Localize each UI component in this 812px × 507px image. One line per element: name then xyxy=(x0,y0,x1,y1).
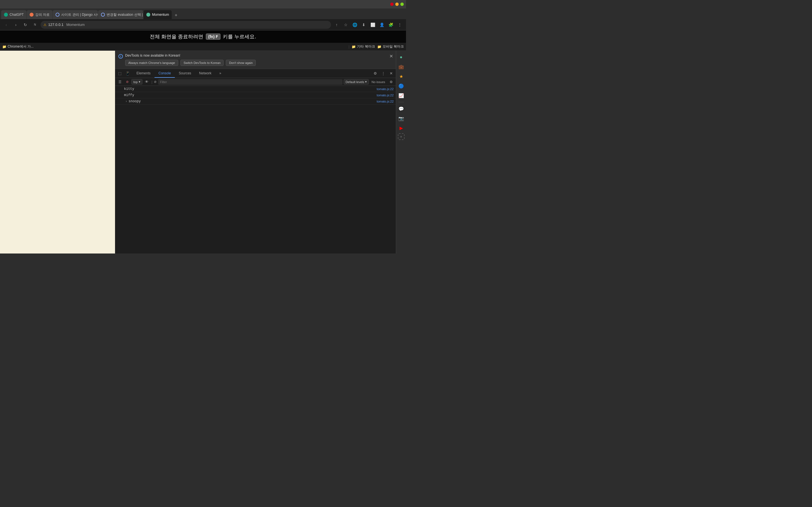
momentum-favicon xyxy=(146,13,150,17)
eye-icon[interactable]: 👁 xyxy=(144,79,150,85)
tab-django2-label: 변경할 evaluation 선택 | Djang... xyxy=(107,12,143,17)
chat-extension-icon[interactable]: 💬 xyxy=(397,105,405,113)
main-area: i DevTools is now available in Korean! A… xyxy=(0,51,406,253)
tab-chatgpt-label: ChatGPT xyxy=(10,13,24,17)
table-row: miffy tomato.js:22 xyxy=(115,92,396,98)
bookmark-chrome[interactable]: 📁 Chrome에서 가... xyxy=(2,44,34,49)
tab-network[interactable]: Network xyxy=(195,69,215,78)
briefcase-extension-icon[interactable]: 💼 xyxy=(397,62,405,71)
tab-elements[interactable]: Elements xyxy=(133,69,154,78)
bookmark-other-label: 기타 북마크 xyxy=(357,44,375,49)
devtools-tabs: Elements Console Sources Network » xyxy=(133,69,225,78)
chart-extension-icon[interactable]: 📈 xyxy=(397,91,405,100)
tab-sources[interactable]: Sources xyxy=(175,69,195,78)
star-extension-icon[interactable]: ★ xyxy=(397,72,405,80)
chatgpt-favicon xyxy=(4,13,8,17)
no-issues-label: No issues xyxy=(370,80,387,83)
address-bar[interactable]: ⚠ 127.0.0.1 Momentum xyxy=(41,21,331,29)
newtab-button[interactable]: N xyxy=(31,21,39,29)
download-button[interactable]: ⬇ xyxy=(360,21,368,29)
django1-favicon xyxy=(56,13,59,17)
tab-django2[interactable]: 변경할 evaluation 선택 | Djang... xyxy=(98,10,143,19)
tab-chatgpt[interactable]: ChatGPT xyxy=(1,10,27,19)
console-filter-input[interactable] xyxy=(158,79,342,85)
notification-info-icon: i xyxy=(118,54,123,59)
default-levels-selector[interactable]: Default levels ▾ xyxy=(344,79,369,84)
title-bar-controls xyxy=(390,3,404,6)
youtube-extension-icon[interactable]: ▶ xyxy=(397,124,405,132)
console-clear-icon[interactable]: ⊘ xyxy=(124,79,130,85)
console-sidebar-icon[interactable]: ☰ xyxy=(117,79,123,85)
devtools-settings-icon[interactable]: ⚙ xyxy=(371,70,379,77)
tab-console[interactable]: Console xyxy=(154,69,175,78)
close-window-button[interactable] xyxy=(390,3,394,6)
fullscreen-banner: 전체 화면을 종료하려면 (fn) F 키를 누르세요. xyxy=(0,31,406,43)
forward-button[interactable]: › xyxy=(12,21,20,29)
new-tab-button[interactable]: + xyxy=(172,11,180,19)
sidebar-button[interactable]: ⬜ xyxy=(369,21,377,29)
translate-button[interactable]: 🌐 xyxy=(351,21,359,29)
tab-lecture[interactable]: 강의 자료 xyxy=(27,10,52,19)
fullscreen-key-badge: (fn) F xyxy=(206,34,221,40)
reload-button[interactable]: ↻ xyxy=(21,21,29,29)
console-text-snoopy: snoopy xyxy=(129,100,141,103)
default-levels-label: Default levels xyxy=(346,80,364,83)
address-url: 127.0.0.1 xyxy=(48,22,63,27)
lecture-favicon xyxy=(30,13,34,17)
table-row: kitty tomato.js:22 xyxy=(115,86,396,92)
tab-momentum[interactable]: Momentum xyxy=(144,10,172,19)
devtools-notification: i DevTools is now available in Korean! A… xyxy=(115,51,396,69)
console-text-miffy: miffy xyxy=(124,93,134,97)
maximize-window-button[interactable] xyxy=(400,3,404,6)
address-site-name: Momentum xyxy=(66,22,85,27)
edge-extension-icon[interactable]: 🔵 xyxy=(397,82,405,90)
back-button[interactable]: ‹ xyxy=(2,21,10,29)
menu-button[interactable]: ⋮ xyxy=(396,21,404,29)
django2-favicon xyxy=(101,13,105,17)
devtools-toolbar-left: ⬚ 📱 xyxy=(115,70,133,77)
title-bar xyxy=(0,0,406,8)
profile-button[interactable]: 👤 xyxy=(378,21,386,29)
context-selector[interactable]: top ▾ xyxy=(132,79,142,84)
devtools-main-toolbar: ⬚ 📱 Elements Console Sources Network » ⚙… xyxy=(115,69,396,78)
tab-bar: ChatGPT 강의 자료 사이트 관리 | Django 사이트 관... 변… xyxy=(0,8,406,19)
page-content xyxy=(0,51,115,253)
console-text-kitty: kitty xyxy=(124,87,134,91)
console-source-snoopy[interactable]: tomato.js:22 xyxy=(377,100,394,103)
switch-korean-button[interactable]: Switch DevTools to Korean xyxy=(181,60,223,66)
tab-django1[interactable]: 사이트 관리 | Django 사이트 관... xyxy=(53,10,98,19)
context-arrow-icon: ▾ xyxy=(139,80,140,83)
momentum-extension-icon[interactable]: ● xyxy=(397,53,405,61)
bookmark-other[interactable]: 📁 기타 북마크 xyxy=(352,44,375,49)
instagram-extension-icon[interactable]: 📷 xyxy=(397,114,405,122)
console-source-miffy[interactable]: tomato.js:22 xyxy=(377,94,394,97)
add-extension-button[interactable]: + xyxy=(398,133,405,140)
console-expand-snoopy-icon[interactable]: › xyxy=(124,98,129,105)
notification-title: DevTools is now available in Korean! xyxy=(125,54,256,57)
notification-close-icon[interactable]: ✕ xyxy=(389,54,393,59)
dont-show-again-button[interactable]: Don't show again xyxy=(226,60,256,66)
device-mode-icon[interactable]: 📱 xyxy=(124,70,132,77)
tab-more[interactable]: » xyxy=(215,69,225,78)
bookmark-button[interactable]: ☆ xyxy=(342,21,350,29)
nav-actions: ↑ ☆ 🌐 ⬇ ⬜ 👤 🧩 ⋮ xyxy=(333,21,404,29)
devtools-close-icon[interactable]: ✕ xyxy=(388,70,395,77)
tab-django1-label: 사이트 관리 | Django 사이트 관... xyxy=(61,12,98,17)
console-source-kitty[interactable]: tomato.js:22 xyxy=(377,87,394,91)
share-button[interactable]: ↑ xyxy=(333,21,341,29)
context-label: top xyxy=(133,80,138,83)
table-row: › snoopy tomato.js:22 xyxy=(115,98,396,105)
default-levels-arrow-icon: ▾ xyxy=(365,80,367,83)
bookmarks-bar: 📁 Chrome에서 가... | 📁 기타 북마크 📁 모바일 북마크 xyxy=(0,43,406,51)
extensions-button[interactable]: 🧩 xyxy=(387,21,395,29)
inspect-element-icon[interactable]: ⬚ xyxy=(116,70,123,77)
bookmark-mobile[interactable]: 📁 모바일 북마크 xyxy=(377,44,404,49)
fullscreen-text1: 전체 화면을 종료하려면 xyxy=(150,33,203,40)
tab-lecture-label: 강의 자료 xyxy=(35,12,50,17)
console-settings-icon[interactable]: ⚙ xyxy=(388,79,394,85)
devtools-menu-icon[interactable]: ⋮ xyxy=(379,70,387,77)
minimize-window-button[interactable] xyxy=(395,3,399,6)
console-toolbar: ☰ ⊘ top ▾ 👁 | ⊘ Default levels ▾ No issu… xyxy=(115,78,396,86)
match-language-button[interactable]: Always match Chrome's language xyxy=(125,60,178,66)
notification-content: DevTools is now available in Korean! Alw… xyxy=(125,54,256,66)
